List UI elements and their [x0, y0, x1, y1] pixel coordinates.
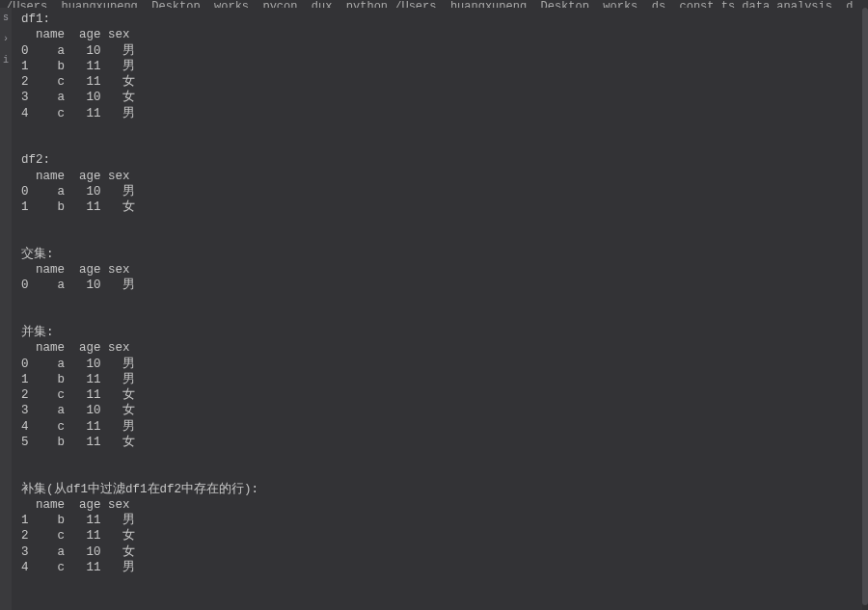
- vertical-scrollbar[interactable]: [862, 8, 868, 610]
- left-sidebar: s › i: [0, 8, 12, 610]
- console-output: df1: name age sex 0 a 10 男 1 b 11 男 2 c …: [14, 8, 868, 610]
- sidebar-icon-2[interactable]: ›: [1, 35, 11, 44]
- scrollbar-thumb[interactable]: [862, 8, 868, 605]
- top-path-text: /Users, huangxupeng, Desktop, works, pyc…: [6, 0, 854, 8]
- sidebar-icon-3[interactable]: i: [1, 56, 11, 66]
- sidebar-icon-1[interactable]: s: [1, 13, 11, 23]
- top-path-bar: /Users, huangxupeng, Desktop, works, pyc…: [0, 0, 868, 8]
